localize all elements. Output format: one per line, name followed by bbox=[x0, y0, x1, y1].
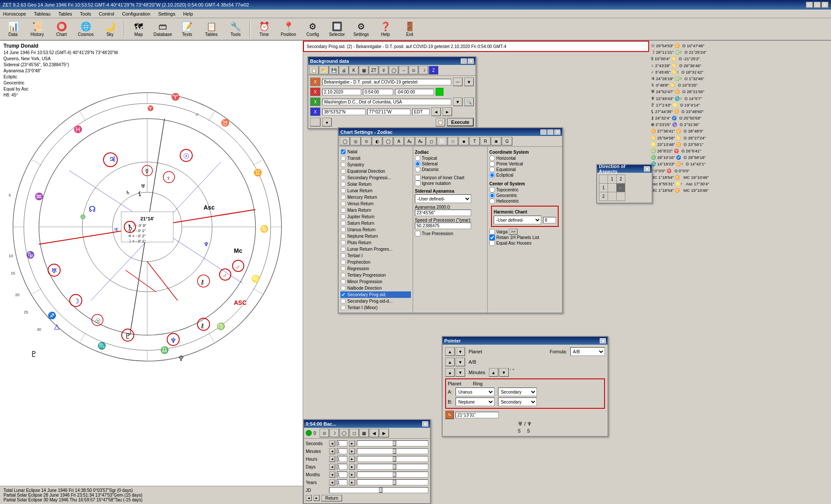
toolbar-map[interactable]: 🗺 Map bbox=[127, 19, 150, 39]
return-back[interactable]: ◄ bbox=[306, 495, 312, 501]
heliocentric-option[interactable]: Heliocentric bbox=[489, 198, 560, 204]
venus-checkbox[interactable] bbox=[341, 201, 345, 206]
a-planet-select[interactable]: Uranus bbox=[456, 388, 495, 396]
sec-input[interactable] bbox=[337, 440, 347, 446]
min-back[interactable]: ◄ bbox=[329, 448, 335, 454]
toolbar-cosmos[interactable]: 🌐 Cosmos bbox=[74, 19, 97, 39]
ayanamsa-value-input[interactable] bbox=[415, 210, 471, 216]
formula-select[interactable]: A/B bbox=[570, 347, 605, 356]
retain-planets-option[interactable]: Retain 1H Planets List bbox=[489, 235, 560, 240]
menu-settings[interactable]: Settings bbox=[157, 11, 177, 17]
pointer-deg-up-btn[interactable]: ▲ bbox=[445, 358, 455, 366]
bg-zet-btn[interactable]: ZT bbox=[369, 66, 378, 74]
menu-horoscope[interactable]: Horoscope bbox=[2, 11, 27, 17]
bg-moon-btn[interactable]: ☽ bbox=[419, 66, 428, 74]
a-ring-select[interactable]: Secondary bbox=[498, 388, 537, 396]
time-window-close[interactable]: ✕ bbox=[422, 421, 428, 426]
chart-type-neptune[interactable]: Neptune Return bbox=[340, 233, 411, 239]
equal-asc-checkbox[interactable] bbox=[489, 240, 495, 246]
sec-back[interactable]: ◄ bbox=[329, 440, 335, 446]
pluto-checkbox[interactable] bbox=[341, 240, 345, 245]
lunar-prog-checkbox[interactable] bbox=[341, 247, 345, 251]
mercury-checkbox[interactable] bbox=[341, 195, 345, 199]
chart-type-pluto[interactable]: Pluto Return bbox=[340, 239, 411, 246]
chart-type-lunar-prog[interactable]: Lunar Return Progres... bbox=[340, 246, 411, 252]
topocentric-radio[interactable] bbox=[489, 187, 495, 193]
time-icon3[interactable]: ◯ bbox=[340, 429, 349, 437]
day-fwd[interactable]: ► bbox=[349, 464, 355, 470]
harmonic-select[interactable]: -User defined- bbox=[494, 216, 541, 224]
chart-type-jupiter[interactable]: Jupiter Return bbox=[340, 213, 411, 220]
horizontal-option[interactable]: Horizontal bbox=[489, 155, 560, 161]
tertiari-checkbox[interactable] bbox=[341, 253, 345, 258]
close-button[interactable]: ✕ bbox=[821, 2, 828, 8]
min-fwd[interactable]: ► bbox=[349, 448, 355, 454]
cs-minimize[interactable]: ─ bbox=[540, 129, 546, 135]
lunar-checkbox[interactable] bbox=[341, 188, 345, 193]
cs-btn2[interactable]: ◎ bbox=[350, 137, 361, 145]
b-planet-select[interactable]: Neptune bbox=[456, 397, 495, 406]
pointer-value-input[interactable] bbox=[456, 412, 499, 418]
transit-checkbox[interactable] bbox=[341, 156, 345, 160]
return-fwd[interactable]: ► bbox=[314, 495, 320, 501]
chart-type-secondary[interactable]: Secondary Progressi... bbox=[340, 174, 411, 181]
bg-dropdown-btn[interactable]: ▼ bbox=[464, 78, 474, 86]
equatorial-checkbox[interactable] bbox=[341, 169, 345, 173]
event-time-input[interactable] bbox=[363, 89, 393, 95]
cs-btn3[interactable]: ⊙ bbox=[361, 137, 372, 145]
minimize-button[interactable]: ─ bbox=[806, 2, 813, 8]
prime-vertical-radio[interactable] bbox=[489, 161, 495, 167]
min-input[interactable] bbox=[337, 448, 347, 454]
bg-dot-btn[interactable]: ● bbox=[322, 118, 332, 126]
sidereal-radio[interactable] bbox=[415, 161, 420, 167]
bg-copy-btn[interactable]: 📋 bbox=[309, 66, 319, 74]
nalbode-checkbox[interactable] bbox=[341, 286, 345, 290]
day-track[interactable] bbox=[357, 464, 428, 470]
equal-asc-option[interactable]: Equal Asc Houses bbox=[489, 240, 560, 246]
bg-table-btn[interactable]: ▦ bbox=[359, 66, 369, 74]
tropical-radio[interactable] bbox=[415, 155, 420, 161]
toolbar-position[interactable]: 📍 Position bbox=[277, 19, 300, 39]
bg-save-btn[interactable]: 💾 bbox=[329, 66, 339, 74]
varga-option[interactable]: Varga >> bbox=[489, 229, 560, 235]
cs-btn16[interactable]: G bbox=[502, 137, 512, 145]
yr-back[interactable]: ◄ bbox=[329, 479, 335, 485]
menu-control[interactable]: Control bbox=[97, 11, 115, 17]
chart-type-mercury[interactable]: Mercury Return bbox=[340, 194, 411, 200]
pointer-deg-down-btn[interactable]: ▼ bbox=[456, 358, 465, 366]
bg-planets-btn[interactable]: ☿ bbox=[379, 66, 388, 74]
yr-input[interactable] bbox=[337, 479, 347, 485]
ayanamsa-select[interactable]: -User defined- bbox=[415, 194, 471, 203]
equatorial-radio[interactable] bbox=[489, 167, 495, 172]
true-precession-option[interactable]: True Precession bbox=[415, 231, 485, 236]
menu-tables[interactable]: Tables bbox=[57, 11, 74, 17]
event-date-input[interactable] bbox=[322, 89, 361, 95]
toolbar-exit[interactable]: 🚪 Exit bbox=[398, 19, 421, 39]
bg-open-btn[interactable]: 📂 bbox=[319, 66, 329, 74]
maximize-button[interactable]: □ bbox=[814, 2, 821, 8]
yr-fwd[interactable]: ► bbox=[349, 479, 355, 485]
chart-type-equatorial[interactable]: Equatorial Direction bbox=[340, 168, 411, 174]
harmonic-number-input[interactable] bbox=[543, 217, 556, 223]
return-btn[interactable]: Return bbox=[321, 495, 342, 501]
b-ring-select[interactable]: Secondary bbox=[498, 397, 537, 406]
hr-fwd[interactable]: ► bbox=[349, 456, 355, 462]
horizon-inner-checkbox[interactable] bbox=[415, 175, 420, 181]
chart-type-sec-prog-sid2[interactable]: Secondary Prog.sid-d... bbox=[340, 298, 411, 304]
hr-track[interactable] bbox=[357, 456, 428, 462]
menu-configuration[interactable]: Configuration bbox=[121, 11, 152, 17]
bg-tz-fwd[interactable]: ► bbox=[443, 107, 452, 116]
ignore-nutation-option[interactable]: Ignore nutation bbox=[415, 181, 485, 186]
jd-track[interactable] bbox=[329, 487, 428, 493]
chart-type-synastry[interactable]: Synastry bbox=[340, 162, 411, 168]
bg-circle2-btn[interactable]: ⊙ bbox=[409, 66, 418, 74]
precession-value-input[interactable] bbox=[415, 223, 471, 229]
chart-type-nalbode[interactable]: Nalbode Direction bbox=[340, 285, 411, 291]
toolbar-history[interactable]: 📜 History bbox=[26, 19, 49, 39]
bg-print-btn[interactable]: 🖨 bbox=[339, 66, 349, 74]
sec-track[interactable] bbox=[357, 440, 428, 446]
sec-fwd[interactable]: ► bbox=[349, 440, 355, 446]
toolbar-sky[interactable]: 🌙 Sky bbox=[99, 19, 121, 39]
bg-loc-search[interactable]: 🔍 bbox=[464, 97, 474, 106]
chart-type-lunar[interactable]: Lunar Return bbox=[340, 187, 411, 194]
